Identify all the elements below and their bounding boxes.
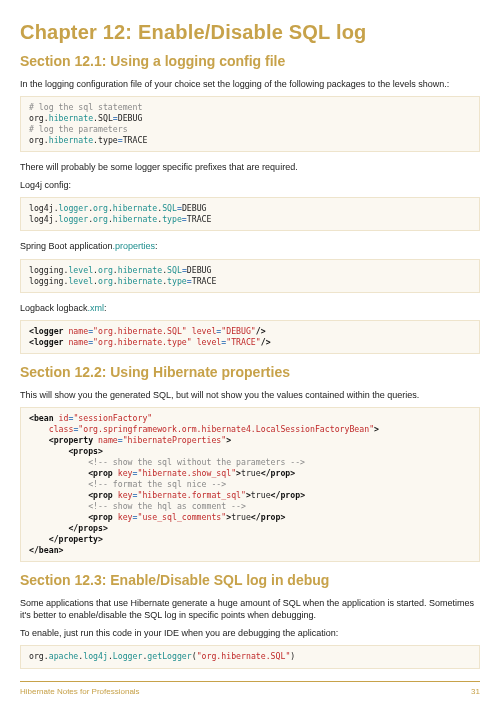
code-attr: class [29, 424, 73, 434]
code-token: org [98, 276, 113, 286]
code-tag: /> [256, 326, 266, 336]
body-text: There will probably be some logger speci… [20, 161, 480, 173]
code-attr: level [192, 337, 222, 347]
code-comment: <!-- format the sql nice --> [88, 479, 226, 489]
code-comment: <!-- show the sql without the parameters… [88, 457, 305, 467]
code-attr: key [113, 468, 133, 478]
code-string: "sessionFactory" [73, 413, 152, 423]
code-token [29, 490, 88, 500]
code-token: TRACE [123, 135, 148, 145]
chapter-title: Chapter 12: Enable/Disable SQL log [20, 18, 480, 46]
code-tag: > [226, 435, 231, 445]
code-token: ) [290, 651, 295, 661]
code-attr: name [64, 326, 89, 336]
code-token: hibernate [49, 135, 93, 145]
code-token: level [68, 265, 93, 275]
code-token: hibernate [113, 203, 157, 213]
code-tag: <props> [68, 446, 103, 456]
code-tag: </prop> [271, 490, 306, 500]
code-token: true [231, 512, 251, 522]
code-token: type [162, 214, 182, 224]
code-token: Logger [113, 651, 143, 661]
section-12-2-title: Section 12.2: Using Hibernate properties [20, 363, 480, 383]
code-token: hibernate [118, 276, 162, 286]
code-token [29, 446, 68, 456]
code-token: hibernate [118, 265, 162, 275]
code-attr: name [93, 435, 118, 445]
code-block: <bean id="sessionFactory" class="org.spr… [20, 407, 480, 563]
code-token: logging. [29, 265, 68, 275]
code-tag: </property> [49, 534, 103, 544]
code-block: # log the sql statement org.hibernate.SQ… [20, 96, 480, 152]
code-token [29, 523, 68, 533]
code-string: "org.hibernate.SQL" [197, 651, 291, 661]
code-token [29, 479, 88, 489]
section-12-3-title: Section 12.3: Enable/Disable SQL log in … [20, 571, 480, 591]
body-text: Spring Boot application.properties: [20, 240, 480, 252]
code-comment: # log the parameters [29, 124, 128, 134]
footer-title: Hibernate Notes for Professionals [20, 686, 140, 697]
text: : [104, 303, 107, 313]
code-string: "org.hibernate.type" [93, 337, 192, 347]
code-comment: # log the sql statement [29, 102, 142, 112]
code-token: DEBUG [187, 265, 212, 275]
code-token: org [98, 265, 113, 275]
code-tag: <bean [29, 413, 54, 423]
code-token: org. [29, 651, 49, 661]
code-tag: <prop [88, 512, 113, 522]
body-text: In the logging configuration file of you… [20, 78, 480, 90]
body-text: To enable, just run this code in your ID… [20, 627, 480, 639]
code-token: log4j [83, 651, 108, 661]
code-token: DEBUG [118, 113, 143, 123]
code-token: logging. [29, 276, 68, 286]
code-token: hibernate [49, 113, 93, 123]
body-text: Log4j config: [20, 179, 480, 191]
page-footer: Hibernate Notes for Professionals 31 [20, 681, 480, 697]
code-token: org. [29, 135, 49, 145]
code-attr: key [113, 490, 133, 500]
code-token: SQL [162, 203, 177, 213]
code-string: "TRACE" [226, 337, 261, 347]
code-string: "DEBUG" [221, 326, 256, 336]
code-token: .SQL [93, 113, 113, 123]
body-text: Logback logback.xml: [20, 302, 480, 314]
code-token: .type [93, 135, 118, 145]
code-tag: <logger [29, 326, 64, 336]
code-tag: <logger [29, 337, 64, 347]
code-token: org. [29, 113, 49, 123]
code-tag: </prop> [251, 512, 286, 522]
code-string: "use_sql_comments" [137, 512, 226, 522]
code-attr: key [113, 512, 133, 522]
code-string: "org.springframework.orm.hibernate4.Loca… [78, 424, 374, 434]
code-tag: </prop> [261, 468, 296, 478]
code-token: DEBUG [182, 203, 207, 213]
code-string: "hibernate.format_sql" [137, 490, 245, 500]
code-block: org.apache.log4j.Logger.getLogger("org.h… [20, 645, 480, 668]
text: Spring Boot application [20, 241, 113, 251]
section-12-1-title: Section 12.1: Using a logging config fil… [20, 52, 480, 72]
code-tag: </props> [68, 523, 107, 533]
code-tag: <prop [88, 490, 113, 500]
text: .xml [88, 303, 105, 313]
code-token: logger [59, 203, 89, 213]
code-token: SQL [167, 265, 182, 275]
code-token [29, 457, 88, 467]
code-string: "org.hibernate.SQL" [93, 326, 187, 336]
code-tag: <prop [88, 468, 113, 478]
code-token: logger [59, 214, 89, 224]
text: Logback logback [20, 303, 88, 313]
code-attr: name [64, 337, 89, 347]
code-tag: > [374, 424, 379, 434]
code-token: log4j. [29, 203, 59, 213]
code-token: TRACE [187, 214, 212, 224]
body-text: This will show you the generated SQL, bu… [20, 389, 480, 401]
text: .properties [113, 241, 156, 251]
code-block: <logger name="org.hibernate.SQL" level="… [20, 320, 480, 354]
code-token: apache [49, 651, 79, 661]
code-token: TRACE [192, 276, 217, 286]
code-token: getLogger [147, 651, 191, 661]
code-string: "hibernateProperties" [123, 435, 227, 445]
footer-page-number: 31 [471, 686, 480, 697]
code-token: org [93, 214, 108, 224]
code-attr: id [54, 413, 69, 423]
